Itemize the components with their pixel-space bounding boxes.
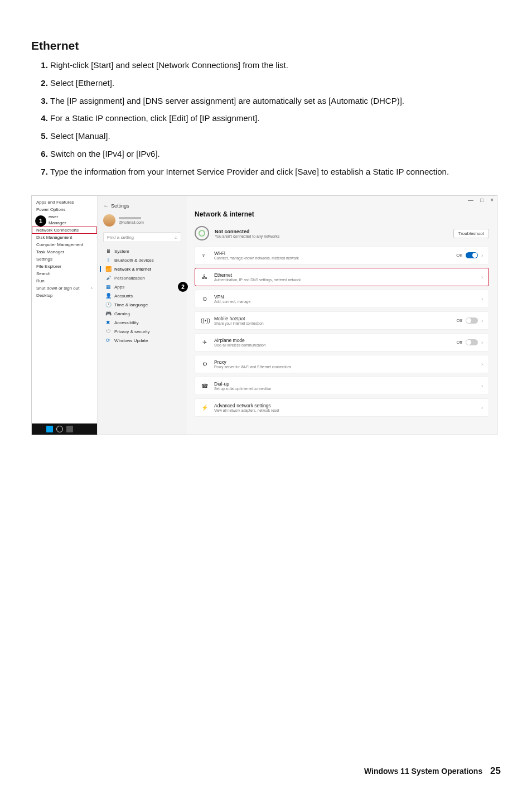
ctx-label: Shut down or sign out	[36, 286, 79, 291]
search-icon: ⌕	[175, 234, 177, 240]
search-input[interactable]: Find a setting ⌕	[103, 232, 181, 242]
back-button[interactable]: ←	[103, 203, 109, 209]
page-footer: Windows 11 System Operations 25	[0, 766, 501, 777]
chevron-right-icon: ›	[481, 253, 483, 258]
row-icon: ᯤ	[201, 252, 209, 258]
settings-row-wi-fi[interactable]: ᯤWi-FiConnect, manage known networks, me…	[195, 246, 489, 264]
row-subtitle: Share your internet connection	[214, 321, 264, 325]
step-item: Select [Manual].	[50, 130, 501, 142]
status-subtitle: You aren't connected to any networks	[215, 234, 279, 238]
ctx-item[interactable]: File Explorer	[32, 263, 97, 270]
troubleshoot-button[interactable]: Troubleshoot	[453, 229, 489, 238]
row-trailing: ›	[481, 405, 483, 411]
ctx-item[interactable]: Search	[32, 270, 97, 277]
connection-status: Not connected You aren't connected to an…	[195, 224, 489, 246]
sidebar-item-time-language[interactable]: 🕓Time & language	[103, 300, 181, 309]
sidebar-item-bluetooth-devices[interactable]: ᛒBluetooth & devices	[103, 256, 181, 264]
sidebar-item-privacy-security[interactable]: 🛡Privacy & security	[103, 327, 181, 336]
settings-row-advanced-network-settings[interactable]: ⚡Advanced network settingsView all netwo…	[195, 398, 489, 417]
settings-row-proxy[interactable]: ⚙ProxyProxy server for Wi-Fi and Etherne…	[195, 355, 489, 373]
row-subtitle: Proxy server for Wi-Fi and Ethernet conn…	[214, 365, 291, 369]
ctx-item[interactable]: Settings	[32, 256, 97, 263]
sidebar-item-system[interactable]: 🖥System	[103, 247, 181, 256]
step-item: Type the information from your Internet …	[50, 166, 501, 178]
row-trailing: ›	[481, 275, 483, 280]
sidebar-item-gaming[interactable]: 🎮Gaming	[103, 309, 181, 318]
row-icon: ✈	[201, 339, 209, 345]
toggle-switch[interactable]	[466, 317, 478, 324]
chevron-right-icon: ›	[91, 286, 93, 291]
row-title: Advanced network settings	[214, 403, 279, 408]
row-subtitle: Set up a dial-up internet connection	[214, 387, 271, 391]
settings-row-mobile-hotspot[interactable]: ((•))Mobile hotspotShare your internet c…	[195, 311, 489, 330]
sidebar-app-title: Settings	[111, 203, 129, 209]
row-icon: ⚙	[201, 361, 209, 367]
sidebar-item-apps[interactable]: ▦Apps	[103, 282, 181, 291]
chevron-right-icon: ›	[481, 383, 483, 389]
close-button[interactable]: ×	[490, 197, 494, 203]
sidebar-item-accessibility[interactable]: ✖Accessibility	[103, 318, 181, 327]
sidebar-icon: 🖥	[105, 248, 111, 254]
account-name-placeholder	[119, 217, 141, 219]
ctx-item[interactable]: Disk Management	[32, 234, 97, 241]
taskbar	[32, 423, 97, 435]
chevron-right-icon: ›	[481, 405, 483, 411]
row-subtitle: Connect, manage known networks, metered …	[214, 256, 299, 260]
sidebar-icon: 🕓	[105, 302, 111, 307]
settings-row-ethernet[interactable]: 🖧EthernetAuthentication, IP and DNS sett…	[195, 268, 489, 286]
toggle-switch[interactable]	[466, 339, 478, 345]
row-trailing: ›	[481, 383, 483, 389]
row-icon: ⚡	[201, 405, 209, 411]
start-button-icon[interactable]	[46, 426, 53, 432]
sidebar-icon: ᛒ	[105, 257, 111, 263]
ctx-item-shutdown[interactable]: Shut down or sign out ›	[32, 285, 97, 292]
ctx-item[interactable]: Computer Management	[32, 241, 97, 248]
sidebar-item-windows-update[interactable]: ⟳Windows Update	[103, 336, 181, 345]
account-header[interactable]: @hotmail.com	[103, 214, 181, 227]
sidebar-item-label: Bluetooth & devices	[114, 258, 154, 263]
settings-row-airplane-mode[interactable]: ✈Airplane modeStop all wireless communic…	[195, 333, 489, 352]
sidebar-icon: 🎮	[105, 311, 111, 316]
sidebar-item-label: Privacy & security	[114, 329, 150, 334]
minimize-button[interactable]: —	[468, 197, 473, 203]
settings-row-dial-up[interactable]: ☎Dial-upSet up a dial-up internet connec…	[195, 377, 489, 395]
steps-list: Right-click [Start] and select [Network …	[31, 59, 501, 177]
sidebar-icon: ⟳	[105, 338, 111, 343]
ctx-item-network-connections[interactable]: Network Connections	[32, 227, 97, 234]
sidebar-icon: 👤	[105, 293, 111, 299]
screenshot-figure: 1 Apps and Features Power Options ewer M…	[31, 195, 497, 435]
sidebar-icon: 📶	[105, 266, 111, 272]
step-item: For a Static IP connection, click [Edit]…	[50, 112, 501, 124]
sidebar-item-label: Network & internet	[114, 267, 151, 272]
row-subtitle: View all network adapters, network reset	[214, 408, 279, 412]
settings-row-vpn[interactable]: ⊙VPNAdd, connect, manage›	[195, 290, 489, 308]
row-title: Proxy	[214, 359, 291, 365]
ctx-item[interactable]: Task Manager	[32, 248, 97, 256]
sidebar-item-label: Accounts	[114, 293, 133, 299]
toggle-switch[interactable]	[466, 252, 478, 258]
sidebar-item-accounts[interactable]: 👤Accounts	[103, 291, 181, 300]
sidebar-item-network-internet[interactable]: 📶Network & internet	[103, 264, 181, 273]
sidebar-item-personalization[interactable]: 🖌Personalization	[103, 273, 181, 282]
network-status-icon	[195, 226, 209, 240]
row-trailing: Off›	[456, 339, 483, 345]
sidebar-item-label: System	[114, 249, 129, 254]
ctx-item[interactable]: Run	[32, 277, 97, 285]
search-placeholder: Find a setting	[107, 235, 134, 240]
settings-sidebar: ← Settings @hotmail.com Find a setting ⌕…	[98, 196, 187, 435]
row-title: Dial-up	[214, 381, 271, 387]
section-heading: Ethernet	[31, 39, 501, 52]
ctx-item[interactable]: Apps and Features	[32, 199, 97, 206]
ctx-item[interactable]: Desktop	[32, 292, 97, 299]
sidebar-icon: 🖌	[105, 275, 111, 281]
chevron-right-icon: ›	[481, 296, 483, 302]
sidebar-item-label: Personalization	[114, 276, 145, 281]
avatar	[103, 214, 115, 227]
taskbar-app-icon[interactable]	[66, 426, 73, 432]
start-context-menu: 1 Apps and Features Power Options ewer M…	[32, 196, 98, 435]
ctx-item[interactable]: Power Options	[32, 206, 97, 213]
maximize-button[interactable]: □	[480, 197, 483, 203]
sidebar-icon: 🛡	[105, 329, 111, 334]
taskbar-search-icon[interactable]	[56, 426, 63, 432]
footer-label: Windows 11 System Operations	[364, 767, 482, 776]
